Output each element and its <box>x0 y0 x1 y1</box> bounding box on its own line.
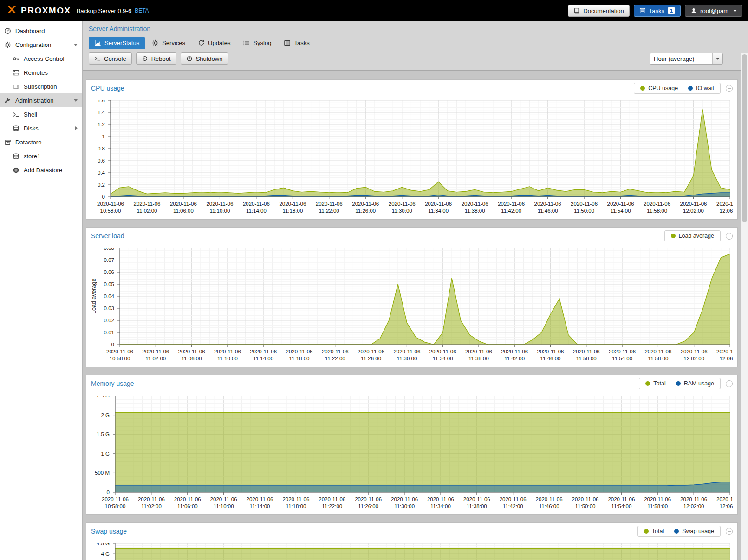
legend-label: Load average <box>679 233 714 239</box>
y-axis-tick-label: 500 M <box>89 470 110 475</box>
y-axis-tick-label: 0 <box>89 194 105 200</box>
subscription-icon <box>13 83 20 90</box>
sidebar-nav: DashboardConfigurationAccess ControlRemo… <box>0 21 83 560</box>
legend-item: Swap usage <box>674 528 714 534</box>
sidebar-item-label: Configuration <box>15 41 51 48</box>
legend-dot <box>676 381 681 386</box>
tasks-label: Tasks <box>649 7 664 14</box>
sidebar-item-subscription[interactable]: Subscription <box>0 79 82 93</box>
sidebar-item-label: Subscription <box>24 83 57 90</box>
plus-circle-icon <box>13 167 20 174</box>
x-axis-tick-label: 2020-11-0612:06:00 <box>709 348 733 362</box>
collapse-panel-icon[interactable] <box>726 233 733 240</box>
power-icon <box>186 55 193 62</box>
tab-label: Tasks <box>294 39 309 46</box>
wrench-icon <box>4 97 11 104</box>
brand-text: PROXMOX <box>21 6 71 16</box>
legend-item: RAM usage <box>676 380 714 387</box>
proxmox-logo: PROXMOX <box>6 5 71 17</box>
legend-item: Total <box>644 528 664 534</box>
legend-dot <box>645 381 650 386</box>
collapse-panel-icon[interactable] <box>726 85 733 92</box>
sidebar-item-dashboard[interactable]: Dashboard <box>0 24 82 38</box>
shutdown-button[interactable]: Shutdown <box>181 52 228 65</box>
sidebar-item-access-control[interactable]: Access Control <box>0 52 82 65</box>
y-axis-tick-label: 0 <box>89 342 114 347</box>
sidebar-item-configuration[interactable]: Configuration <box>0 38 82 52</box>
sidebar-item-label: store1 <box>24 153 40 160</box>
chart-canvas <box>108 100 731 201</box>
sidebar-item-store1[interactable]: store1 <box>0 149 82 163</box>
tab-tasks[interactable]: Tasks <box>278 37 315 49</box>
tab-services[interactable]: Services <box>146 37 191 49</box>
button-label: Reboot <box>151 55 171 62</box>
legend-dot <box>640 86 645 91</box>
y-axis-tick-label: 0.02 <box>89 318 114 323</box>
tab-label: Updates <box>208 39 230 46</box>
expander-right-icon[interactable] <box>75 126 78 130</box>
list-icon <box>243 39 250 46</box>
panel-memory-usage: Memory usage TotalRAM usage 0500 M1 G1.5… <box>86 375 738 515</box>
tab-updates[interactable]: Updates <box>192 37 236 49</box>
server-load-chart: Load average00.010.020.030.040.050.060.0… <box>89 248 733 364</box>
y-axis-tick-label: 0 <box>89 489 110 495</box>
tasks-button[interactable]: Tasks 1 <box>634 5 681 17</box>
reboot-button[interactable]: Reboot <box>136 52 176 65</box>
terminal-icon <box>94 55 101 62</box>
timeframe-dropdown-button[interactable] <box>712 53 722 64</box>
top-header: PROXMOX Backup Server 0.9-6 BETA Documen… <box>0 0 748 21</box>
user-menu-button[interactable]: root@pam <box>685 5 742 17</box>
y-axis-tick-label: 0.07 <box>89 257 114 263</box>
gears-icon <box>152 39 159 46</box>
database-icon <box>13 153 20 160</box>
chart-legend: Load average <box>664 230 721 241</box>
tab-syslog[interactable]: Syslog <box>237 37 277 49</box>
sidebar-item-label: Remotes <box>24 69 48 76</box>
y-axis-tick-label: 0.05 <box>89 281 114 287</box>
y-axis-tick-label: 0.6 <box>89 158 105 163</box>
y-axis-tick-label: 4 G <box>89 551 110 557</box>
expander-down-icon[interactable] <box>74 99 78 102</box>
vertical-scrollbar[interactable] <box>741 53 748 560</box>
timeframe-value: Hour (average) <box>650 53 712 64</box>
sidebar-item-disks[interactable]: Disks <box>0 121 82 135</box>
tasks-count-badge: 1 <box>668 7 675 14</box>
content-header: Server Administration ServerStatusServic… <box>83 21 748 71</box>
sidebar-item-administration[interactable]: Administration <box>0 93 82 107</box>
panel-cpu-usage: CPU usage CPU usageIO wait 00.20.40.60.8… <box>86 79 738 220</box>
caret-down-icon <box>733 10 737 12</box>
toolbar-buttons: ConsoleRebootShutdown <box>89 52 232 65</box>
tab-serverstatus[interactable]: ServerStatus <box>89 37 145 49</box>
timeframe-select[interactable]: Hour (average) <box>650 53 723 65</box>
y-axis-tick-label: 0.06 <box>89 269 114 275</box>
tab-label: Syslog <box>253 39 271 46</box>
scrollbar-thumb[interactable] <box>742 54 747 222</box>
legend-label: CPU usage <box>648 85 678 91</box>
sidebar-item-label: Dashboard <box>15 27 45 34</box>
panel-title: CPU usage <box>91 85 124 92</box>
y-axis-tick-label: 1 G <box>89 451 110 456</box>
collapse-panel-icon[interactable] <box>726 380 733 387</box>
collapse-panel-icon[interactable] <box>726 528 733 535</box>
action-toolbar: ConsoleRebootShutdown Hour (average) <box>89 49 742 68</box>
chart-canvas <box>112 543 731 560</box>
documentation-button[interactable]: Documentation <box>568 5 629 17</box>
y-axis-tick-label: 0.01 <box>89 330 114 335</box>
panel-title: Swap usage <box>91 527 127 535</box>
sidebar-item-remotes[interactable]: Remotes <box>0 65 82 79</box>
panel-title: Server load <box>91 232 124 240</box>
expander-down-icon[interactable] <box>74 44 78 46</box>
console-button[interactable]: Console <box>89 52 132 65</box>
beta-link[interactable]: BETA <box>135 7 149 14</box>
y-axis-tick-label: 1.2 <box>89 122 105 127</box>
sidebar-item-label: Add Datastore <box>24 167 62 174</box>
legend-label: Total <box>653 380 665 387</box>
chart-legend: TotalSwap usage <box>637 526 721 537</box>
y-axis-tick-label: 2 G <box>89 412 110 418</box>
sidebar-item-shell[interactable]: Shell <box>0 107 82 121</box>
sidebar-item-add-datastore[interactable]: Add Datastore <box>0 163 82 177</box>
sidebar-item-datastore[interactable]: Datastore <box>0 135 82 149</box>
page-title: Server Administration <box>89 25 742 33</box>
x-axis-tick-label: 2020-11-0612:06:00 <box>709 496 733 510</box>
button-label: Shutdown <box>196 55 223 62</box>
